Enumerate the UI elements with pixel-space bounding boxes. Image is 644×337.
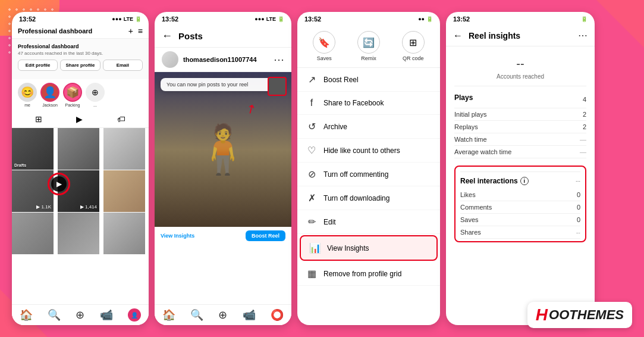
comments-value: 0 [577,204,580,211]
home-icon[interactable]: 🏠 [20,308,33,322]
remix-icon-item[interactable]: 🔄 Remix [357,31,380,61]
plays-header-row: Plays 4 [454,91,586,108]
posts-home-icon[interactable]: 🏠 [162,308,175,322]
saves-circle: 🔖 [313,31,335,54]
saves-icon-item[interactable]: 🔖 Saves [313,31,335,61]
posts-status-bar: 13:52 ●●● LTE 🔋 [155,12,291,25]
add-post-icon[interactable]: ⊕ [76,308,84,322]
add-icon[interactable]: + [128,26,133,36]
stories-row: 😊 me 👤 Jackson 📦 Packing ⊕ ... [12,79,149,111]
commenting-text: Turn off commenting [323,170,388,179]
info-icon[interactable]: i [520,177,529,185]
story-avatar-more: ⊕ [86,83,105,102]
share-profile-button[interactable]: Share profile [60,60,100,71]
menu-turn-off-commenting[interactable]: ⊘ Turn off commenting [297,163,440,186]
reel-interactions-section: Reel interactions i -- Likes 0 Comments … [454,166,586,242]
reels-nav-icon[interactable]: 📹 [100,308,113,322]
story-avatar-packing: 📦 [63,83,82,102]
edit-text: Edit [323,218,336,226]
menu-archive[interactable]: ↺ Archive [297,115,440,139]
ig-username: Professional dashboard [18,27,92,35]
reel-interactions-text: Reel interactions [460,177,518,185]
menu-icon[interactable]: ≡ [138,26,143,36]
reels-icon: ▶ [51,176,67,192]
reel-interactions-title: Reel interactions i [460,177,529,185]
story-more[interactable]: ⊕ ... [86,83,105,107]
post-bottom-bar: View Insights Boost Reel [155,227,291,245]
hide-likes-text: Hide like count to others [323,146,400,155]
menu-list: ↗ Boost Reel f Share to Facebook ↺ Archi… [297,68,440,286]
tab-reels[interactable]: ▶ [71,113,87,125]
story-label-jackson: Jackson [42,103,58,107]
menu-view-insights[interactable]: 📊 View Insights [300,235,438,261]
menu-turn-off-downloading[interactable]: ✗ Turn off downloading [297,186,440,210]
posts-search-icon[interactable]: 🔍 [190,308,203,322]
plays-total-value: 4 [583,96,586,103]
post-more-icon[interactable]: ⋯ [274,53,284,66]
toast-text: You can now pin posts to your reel [167,82,248,88]
menu-remove-profile-grid[interactable]: ▦ Remove from profile grid [297,262,440,286]
facebook-icon: f [306,98,318,108]
insights-back-button[interactable]: ← [453,30,463,41]
menu-share-facebook[interactable]: f Share to Facebook [297,92,440,115]
avg-watch-time-value: — [580,148,586,155]
story-packing[interactable]: 📦 Packing [63,83,82,107]
likes-row: Likes 0 [460,189,580,201]
menu-boost-reel[interactable]: ↗ Boost Reel [297,68,440,92]
profile-avatar[interactable]: 👤 [128,308,141,322]
insights-center-section: -- Accounts reached [454,51,586,86]
initial-plays-label: Initial plays [454,111,486,118]
story-label-more: ... [93,103,97,107]
hide-likes-icon: ♡ [306,145,318,156]
posts-status-icons: ●●● LTE 🔋 [255,16,284,22]
search-icon[interactable]: 🔍 [48,308,61,322]
posts-title: Posts [178,31,203,41]
profile-dashboard-sub: 47 accounts reached in the last 30 days. [18,51,143,56]
post-video: 🧍 You can now pin posts to your reel ↗ [155,72,291,227]
grid-cell-8 [58,213,99,254]
saves-label: Saves [460,216,479,223]
story-avatar-me: 😊 [18,83,37,102]
share-fb-text: Share to Facebook [323,99,384,107]
screen-insights: 13:52 🔋 ← Reel insights ⋯ -- Accounts re… [446,12,595,325]
watch-time-value: — [580,136,586,143]
post-user-avatar [162,51,178,68]
status-time: 13:52 [19,15,36,23]
posts-add-icon[interactable]: ⊕ [218,308,227,322]
boost-reel-button[interactable]: Boost Reel [246,230,285,241]
profile-dashboard-label: Professional dashboard [18,43,143,49]
likes-label: Likes [460,191,476,198]
story-me[interactable]: 😊 me [18,83,37,107]
posts-reels-icon[interactable]: 📹 [243,308,256,322]
posts-battery: 🔋 [278,16,284,22]
downloading-text: Turn off downloading [323,194,389,202]
grid-cell-2 [58,128,99,170]
tab-tagged[interactable]: 🏷 [112,113,130,125]
story-jackson[interactable]: 👤 Jackson [40,83,59,107]
menu-status-icons: ●● 🔋 [418,16,433,22]
posts-back-button[interactable]: ← [162,30,172,42]
screen-profile: 13:52 ●●● LTE 🔋 Professional dashboard +… [12,12,149,325]
view-insights-link[interactable]: View Insights [161,233,194,239]
tab-grid[interactable]: ⊞ [30,113,47,125]
profile-grid: Drafts ▶ 1.1K ▶ 1,414 ▶ [12,128,149,254]
qrcode-icon-item[interactable]: ⊞ QR code [402,31,425,61]
shares-value: -- [576,229,580,236]
menu-battery: 🔋 [426,16,433,22]
commenting-icon: ⊘ [306,168,318,180]
menu-edit[interactable]: ✏ Edit [297,210,440,234]
edit-profile-button[interactable]: Edit profile [18,60,58,71]
post-item: thomasedison11007744 ⋯ [155,48,291,72]
reels-circle-highlight: ▶ [48,173,70,195]
saves-row: Saves 0 [460,214,580,226]
post-username: thomasedison11007744 [183,56,274,63]
watch-time-row: Watch time — [454,133,586,146]
plays-title: Plays [454,93,473,102]
reel-interactions-more[interactable]: -- [576,177,580,185]
video-person: 🧍 [193,121,253,177]
insights-more-button[interactable]: ⋯ [578,30,588,41]
menu-hide-likes[interactable]: ♡ Hide like count to others [297,139,440,163]
email-button[interactable]: Email [103,60,143,71]
posts-profile-icon[interactable]: ⭕ [271,308,284,322]
replays-value: 2 [583,123,586,130]
